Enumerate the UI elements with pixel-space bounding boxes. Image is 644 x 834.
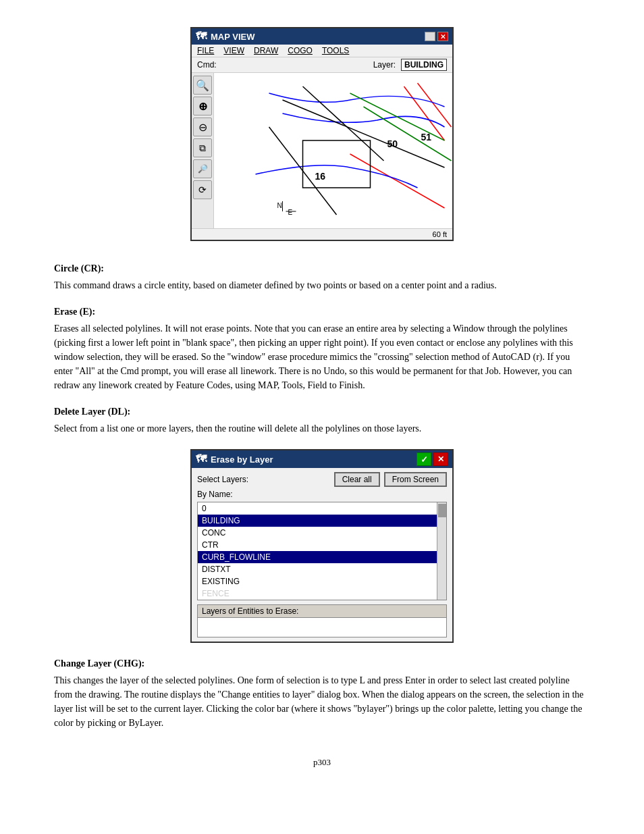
delete-layer-text: Select from a list one or more layers, t… bbox=[54, 421, 590, 436]
erase-by-layer-dialog: 🗺 Erase by Layer ✓ ✕ Select Layers: Clea… bbox=[190, 449, 454, 643]
svg-text:E: E bbox=[288, 209, 293, 216]
redraw-button[interactable]: ⟳ bbox=[193, 180, 212, 199]
dialog-title-bar: 🗺 Erase by Layer ✓ ✕ bbox=[192, 450, 452, 468]
zoom-prev-button[interactable]: 🔎 bbox=[193, 159, 212, 178]
dialog-action-buttons: Clear all From Screen bbox=[334, 472, 447, 487]
dialog-title: Erase by Layer bbox=[211, 454, 273, 465]
dialog-logo-icon: 🗺 bbox=[196, 453, 207, 465]
delete-layer-section: Delete Layer (DL): Select from a list on… bbox=[54, 405, 590, 436]
layer-item-ctr[interactable]: CTR bbox=[198, 539, 446, 551]
layer-value: BUILDING bbox=[401, 59, 447, 71]
erase-text: Erases all selected polylines. It will n… bbox=[54, 321, 590, 392]
erase-title: Erase (E): bbox=[54, 305, 590, 319]
dialog-title-left: 🗺 Erase by Layer bbox=[196, 453, 273, 465]
title-left: 🗺 MAP VIEW bbox=[196, 30, 255, 43]
scale-value: 60 ft bbox=[433, 230, 447, 238]
close-button[interactable]: ✕ bbox=[437, 32, 448, 41]
page-number-text: p303 bbox=[313, 757, 331, 767]
circle-section: Circle (CR): This command draws a circle… bbox=[54, 261, 590, 292]
window-controls: ✕ bbox=[425, 32, 448, 41]
dialog-body: Select Layers: Clear all From Screen By … bbox=[192, 468, 452, 642]
zoom-out-button[interactable]: ⊖ bbox=[193, 118, 212, 136]
menu-tools[interactable]: TOOLS bbox=[322, 46, 349, 55]
menu-file[interactable]: FILE bbox=[197, 46, 214, 55]
erase-section: Erase (E): Erases all selected polylines… bbox=[54, 305, 590, 392]
scrollbar[interactable] bbox=[437, 502, 446, 600]
clear-all-button[interactable]: Clear all bbox=[334, 472, 380, 487]
svg-text:51: 51 bbox=[421, 132, 432, 142]
zoom-in-button[interactable]: ⊕ bbox=[193, 97, 212, 115]
select-layers-label: Select Layers: bbox=[197, 475, 248, 484]
dialog-ok-button[interactable]: ✓ bbox=[417, 452, 431, 466]
page-number: p303 bbox=[54, 757, 590, 768]
map-scale-bar: 60 ft bbox=[192, 228, 452, 240]
change-layer-section: Change Layer (CHG): This changes the lay… bbox=[54, 656, 590, 730]
layer-item-curb-flowline[interactable]: CURB_FLOWLINE bbox=[198, 551, 446, 563]
layer-item-existing[interactable]: EXISTING bbox=[198, 575, 446, 588]
layer-item-0[interactable]: 0 bbox=[198, 502, 446, 515]
svg-text:N: N bbox=[277, 202, 282, 209]
zoom-extent-button[interactable]: ⧉ bbox=[193, 138, 212, 157]
map-title-bar: 🗺 MAP VIEW ✕ bbox=[192, 28, 452, 45]
from-screen-button[interactable]: From Screen bbox=[384, 472, 447, 487]
delete-layer-title: Delete Layer (DL): bbox=[54, 405, 590, 419]
map-logo-icon: 🗺 bbox=[196, 30, 207, 43]
map-cmd-bar: Cmd: Layer: BUILDING bbox=[192, 57, 452, 73]
by-name-label: By Name: bbox=[197, 490, 447, 499]
map-canvas: 50 51 16 N E bbox=[214, 73, 452, 228]
map-menu-bar: FILE VIEW DRAW COGO TOOLS bbox=[192, 45, 452, 57]
layer-list-wrapper: 0 BUILDING CONC CTR CURB_FLOWLINE DISTXT… bbox=[197, 502, 447, 600]
dialog-window-controls: ✓ ✕ bbox=[417, 452, 448, 466]
menu-view[interactable]: VIEW bbox=[223, 46, 244, 55]
cmd-label: Cmd: bbox=[197, 60, 217, 70]
entities-box bbox=[197, 617, 447, 637]
circle-text: This command draws a circle entity, base… bbox=[54, 278, 590, 292]
scrollbar-thumb[interactable] bbox=[438, 504, 446, 517]
svg-text:16: 16 bbox=[315, 171, 326, 182]
layer-item-distxt[interactable]: DISTXT bbox=[198, 563, 446, 575]
menu-draw[interactable]: DRAW bbox=[254, 46, 278, 55]
menu-cogo[interactable]: COGO bbox=[288, 46, 313, 55]
dialog-close-button[interactable]: ✕ bbox=[433, 452, 448, 466]
map-title: MAP VIEW bbox=[211, 32, 255, 42]
change-layer-title: Change Layer (CHG): bbox=[54, 656, 590, 671]
select-row: Select Layers: Clear all From Screen bbox=[197, 472, 447, 487]
map-view-window: 🗺 MAP VIEW ✕ FILE VIEW DRAW COGO TOOLS C… bbox=[190, 27, 454, 241]
layer-item-building[interactable]: BUILDING bbox=[198, 515, 446, 527]
layer-label: Layer: bbox=[373, 60, 396, 70]
layer-item-fence[interactable]: FENCE bbox=[198, 588, 446, 600]
map-toolbar: 🔍 ⊕ ⊖ ⧉ 🔎 ⟳ bbox=[192, 73, 214, 228]
layer-item-conc[interactable]: CONC bbox=[198, 527, 446, 539]
svg-rect-0 bbox=[215, 73, 452, 228]
map-content-area: 🔍 ⊕ ⊖ ⧉ 🔎 ⟳ bbox=[192, 73, 452, 228]
change-layer-text: This changes the layer of the selected p… bbox=[54, 673, 590, 730]
entities-label: Layers of Entities to Erase: bbox=[197, 604, 447, 617]
minimize-button[interactable] bbox=[425, 32, 435, 41]
layer-list[interactable]: 0 BUILDING CONC CTR CURB_FLOWLINE DISTXT… bbox=[198, 502, 446, 600]
zoom-window-button[interactable]: 🔍 bbox=[193, 76, 212, 95]
circle-title: Circle (CR): bbox=[54, 261, 590, 276]
svg-text:50: 50 bbox=[387, 138, 398, 149]
